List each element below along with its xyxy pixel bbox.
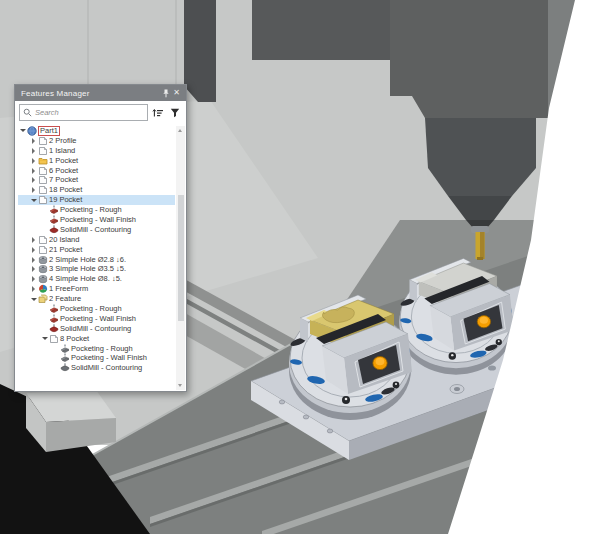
tree-row[interactable]: SolidMill - Contouring (18, 324, 175, 334)
chevron-icon[interactable] (30, 246, 38, 254)
search-input[interactable] (35, 108, 144, 117)
chevron-icon[interactable] (41, 335, 49, 343)
chevron-icon[interactable] (30, 265, 38, 273)
close-icon[interactable]: ✕ (171, 88, 182, 99)
tree-item-label: Part1 (38, 126, 60, 136)
tree-item-icon (38, 166, 49, 176)
chevron-icon[interactable] (41, 325, 49, 333)
tree-row[interactable]: 1 Pocket (18, 156, 175, 166)
tree-row[interactable]: 2 Profile (18, 136, 175, 146)
tree-item-icon (38, 146, 49, 156)
tree-item-label: Pocketing - Wall Finish (60, 215, 136, 225)
chevron-icon[interactable] (30, 167, 38, 175)
tree-item-icon (38, 264, 49, 274)
tree-row[interactable]: 4 Simple Hole Ø8. ↓5. (18, 274, 175, 284)
tree-row[interactable]: Part1 (18, 126, 175, 136)
chevron-icon[interactable] (30, 157, 38, 165)
tree-row[interactable]: 20 Island (18, 235, 175, 245)
tree-item-label: 7 Pocket (49, 175, 78, 185)
tree-row[interactable]: SolidMill - Contouring (18, 363, 175, 373)
tree-item-label: 3 Simple Hole Ø3.5 ↓5. (49, 264, 126, 274)
tree-item-icon (60, 344, 71, 354)
scroll-down-icon[interactable] (176, 381, 185, 390)
chevron-icon[interactable] (41, 305, 49, 313)
tree-row[interactable]: 3 Simple Hole Ø3.5 ↓5. (18, 264, 175, 274)
tree-row[interactable]: 1 FreeForm (18, 284, 175, 294)
tree-item-label: Pocketing - Rough (71, 344, 133, 354)
tree-row[interactable]: 18 Pocket (18, 185, 175, 195)
tree-item-label: SolidMill - Contouring (71, 363, 142, 373)
tree-item-label: 4 Simple Hole Ø8. ↓5. (49, 274, 122, 284)
tree-item-label: 2 Profile (49, 136, 77, 146)
filter-icon[interactable] (168, 107, 182, 119)
tree-row[interactable]: 19 Pocket (18, 195, 175, 205)
chevron-icon[interactable] (52, 345, 60, 353)
chevron-icon[interactable] (30, 236, 38, 244)
chevron-icon[interactable] (30, 176, 38, 184)
chevron-icon[interactable] (30, 147, 38, 155)
tree-item-icon (38, 235, 49, 245)
tree-row[interactable]: Pocketing - Wall Finish (18, 353, 175, 363)
tree-item-icon (38, 175, 49, 185)
tree-item-icon (38, 274, 49, 284)
pin-icon[interactable] (160, 88, 171, 99)
tree-row[interactable]: Pocketing - Rough (18, 205, 175, 215)
chevron-icon[interactable] (52, 354, 60, 362)
tree-item-icon (38, 294, 49, 304)
features-manager-panel: Features Manager ✕ Part1 (14, 84, 187, 392)
tree-item-icon (38, 284, 49, 294)
tree-item-icon (38, 185, 49, 195)
tree-item-icon (49, 334, 60, 344)
feature-tree: Part1 2 Profile 1 Island 1 Pocket 6 Pock… (15, 123, 186, 373)
tree-row[interactable]: 6 Pocket (18, 166, 175, 176)
chevron-icon[interactable] (19, 127, 27, 135)
tree-item-label: 18 Pocket (49, 185, 82, 195)
tree-row[interactable]: 8 Pocket (18, 334, 175, 344)
tree-row[interactable]: Pocketing - Wall Finish (18, 215, 175, 225)
scrollbar-thumb[interactable] (178, 195, 184, 322)
chevron-icon[interactable] (30, 295, 38, 303)
chevron-icon[interactable] (30, 275, 38, 283)
tree-scrollbar[interactable] (176, 126, 185, 390)
chevron-icon[interactable] (41, 226, 49, 234)
tree-row[interactable]: 1 Island (18, 146, 175, 156)
tree-item-label: 1 Pocket (49, 156, 78, 166)
tree-row[interactable]: 2 Simple Hole Ø2.8 ↓6. (18, 255, 175, 265)
chevron-icon[interactable] (41, 315, 49, 323)
tree-item-label: 21 Pocket (49, 245, 82, 255)
chevron-icon[interactable] (30, 256, 38, 264)
search-box[interactable] (19, 104, 148, 121)
chevron-icon[interactable] (30, 196, 38, 204)
scroll-up-icon[interactable] (176, 126, 185, 135)
tree-row[interactable]: SolidMill - Contouring (18, 225, 175, 235)
tree-item-icon (60, 353, 71, 363)
chevron-icon[interactable] (30, 285, 38, 293)
tree-row[interactable]: 21 Pocket (18, 245, 175, 255)
tree-item-icon (49, 205, 60, 215)
tree-item-icon (49, 304, 60, 314)
tree-item-icon (38, 255, 49, 265)
tree-item-icon (60, 363, 71, 373)
tree-row[interactable]: Pocketing - Wall Finish (18, 314, 175, 324)
chevron-icon[interactable] (41, 206, 49, 214)
tree-row[interactable]: Pocketing - Rough (18, 344, 175, 354)
chevron-icon[interactable] (52, 364, 60, 372)
chevron-icon[interactable] (30, 186, 38, 194)
tree-item-icon (38, 195, 49, 205)
panel-search-row (15, 101, 186, 123)
tree-item-label: 2 Simple Hole Ø2.8 ↓6. (49, 255, 126, 265)
tree-item-icon (27, 126, 38, 136)
panel-titlebar[interactable]: Features Manager ✕ (15, 85, 186, 101)
tree-row[interactable]: Pocketing - Rough (18, 304, 175, 314)
tree-item-label: Pocketing - Wall Finish (71, 353, 147, 363)
tree-item-label: 6 Pocket (49, 166, 78, 176)
sort-icon[interactable] (151, 107, 165, 119)
chevron-icon[interactable] (30, 137, 38, 145)
tree-item-label: SolidMill - Contouring (60, 225, 131, 235)
tree-item-label: Pocketing - Rough (60, 205, 122, 215)
tree-item-icon (38, 156, 49, 166)
tree-row[interactable]: 7 Pocket (18, 175, 175, 185)
tree-item-label: 1 FreeForm (49, 284, 88, 294)
chevron-icon[interactable] (41, 216, 49, 224)
tree-row[interactable]: 2 Feature (18, 294, 175, 304)
